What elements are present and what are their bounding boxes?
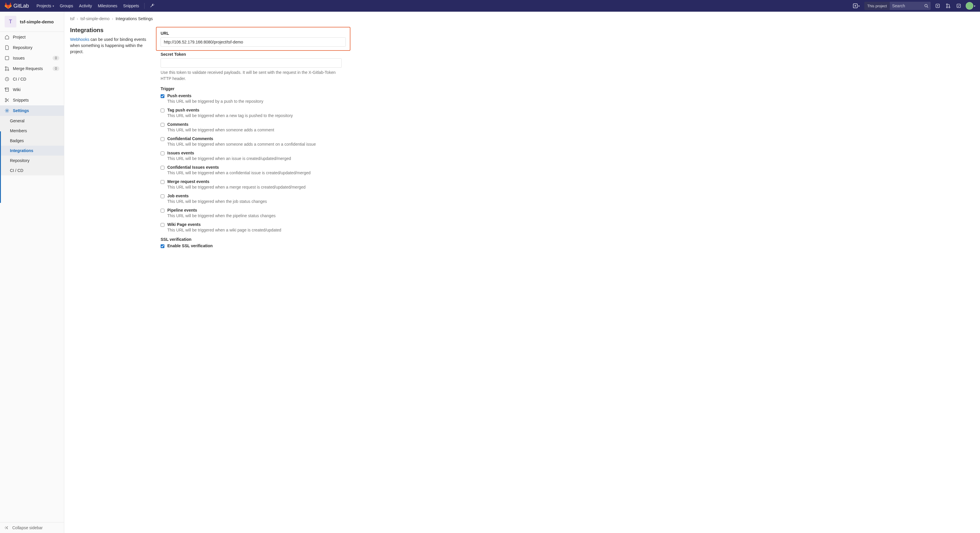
settings-subnav: General Members Badges Integrations Repo… [0,116,64,175]
issues-count-badge: 0 [52,56,59,60]
webhooks-link[interactable]: Webhooks [70,37,89,42]
mr-count-badge: 0 [52,66,59,71]
trigger-comments: CommentsThis URL will be triggered when … [161,122,342,135]
admin-wrench-button[interactable] [147,1,158,11]
trigger-desc: This URL will be triggered when the job … [167,199,342,204]
trigger-title: Confidential Comments [167,136,342,141]
layout: T tsf-simple-demo Project Repository Iss… [0,12,980,533]
gear-icon [5,108,10,113]
nav-milestones[interactable]: Milestones [95,1,120,11]
trigger-title: Comments [167,122,342,127]
trigger-desc: This URL will be triggered when someone … [167,142,342,146]
breadcrumb-project[interactable]: tsf-simple-demo [80,16,110,21]
breadcrumb-group[interactable]: tsf [70,16,75,21]
trigger-title: Job events [167,194,342,198]
trigger-checkbox-wiki[interactable] [161,223,164,227]
webhook-form: URL Secret Token Use this token to valid… [161,27,342,248]
navbar-left: GitLab Projects▾ Groups Activity Milesto… [5,1,158,11]
ssl-checkbox[interactable] [161,244,164,248]
nav-groups[interactable]: Groups [57,1,76,11]
subnav-badges[interactable]: Badges [0,136,64,146]
search-button[interactable] [922,4,931,8]
subnav-members[interactable]: Members [0,126,64,136]
collapse-icon [5,525,10,530]
sidebar-item-cicd[interactable]: CI / CD [0,74,64,84]
trigger-desc: This URL will be triggered when a new ta… [167,113,342,118]
sidebar-nav: Project Repository Issues 0 Merge Reques… [0,32,64,522]
trigger-title: Issues events [167,151,342,155]
trigger-tag_push: Tag push eventsThis URL will be triggere… [161,108,342,120]
todos-shortcut[interactable] [955,2,962,10]
trigger-desc: This URL will be triggered when a merge … [167,185,342,189]
trigger-title: Merge request events [167,179,342,184]
nav-projects[interactable]: Projects▾ [33,1,57,11]
subnav-general[interactable]: General [0,116,64,126]
sidebar-item-wiki[interactable]: Wiki [0,84,64,95]
triggers-list: Push eventsThis URL will be triggered by… [161,94,342,235]
nav-snippets[interactable]: Snippets [120,1,142,11]
gitlab-logo[interactable]: GitLab [5,2,31,10]
project-avatar: T [5,16,16,27]
ssl-row: Enable SSL verification [161,243,342,248]
trigger-job: Job eventsThis URL will be triggered whe… [161,194,342,206]
url-label: URL [161,31,346,36]
trigger-checkbox-pipeline[interactable] [161,209,164,213]
svg-point-4 [947,4,948,5]
navbar-right: ▾ This project ▾ [852,2,975,10]
svg-point-14 [5,101,6,102]
trigger-desc: This URL will be triggered when a wiki p… [167,228,342,232]
sidebar-item-project[interactable]: Project [0,32,64,42]
trigger-desc: This URL will be triggered when a confid… [167,170,342,175]
subnav-integrations[interactable]: Integrations [0,146,64,155]
trigger-desc: This URL will be triggered by a push to … [167,99,342,104]
issues-shortcut[interactable] [934,2,941,10]
trigger-checkbox-conf_comments[interactable] [161,137,164,141]
integrations-description: Integrations Webhooks can be used for bi… [70,27,155,248]
search-input[interactable] [890,3,922,8]
chevron-down-icon: ▾ [858,5,860,8]
trigger-section-label: Trigger [161,86,342,91]
breadcrumb: tsf › tsf-simple-demo › Integrations Set… [70,16,974,21]
collapse-sidebar-button[interactable]: Collapse sidebar [0,522,64,533]
search-box: This project [864,2,931,10]
svg-point-15 [6,110,8,111]
user-menu[interactable]: ▾ [966,2,975,10]
trigger-checkbox-job[interactable] [161,194,164,198]
new-dropdown-button[interactable]: ▾ [852,2,861,10]
trigger-checkbox-push[interactable] [161,94,164,98]
rocket-icon [5,77,10,81]
issues-icon [5,56,10,60]
search-scope[interactable]: This project [864,2,890,10]
subnav-repository[interactable]: Repository [0,155,64,165]
trigger-checkbox-tag_push[interactable] [161,109,164,113]
sidebar-item-merge-requests[interactable]: Merge Requests 0 [0,63,64,74]
secret-token-input[interactable] [161,59,342,68]
trigger-checkbox-conf_issues[interactable] [161,166,164,170]
main-content: tsf › tsf-simple-demo › Integrations Set… [64,12,980,533]
svg-point-6 [949,7,950,8]
svg-point-9 [5,67,6,68]
sidebar-item-repository[interactable]: Repository [0,42,64,53]
breadcrumb-current: Integrations Settings [116,16,153,21]
svg-point-3 [937,5,938,6]
plus-square-icon [853,3,858,8]
trigger-checkbox-issues[interactable] [161,151,164,155]
trigger-desc: This URL will be triggered when someone … [167,128,342,132]
sidebar-project-header[interactable]: T tsf-simple-demo [0,12,64,32]
subnav-cicd[interactable]: CI / CD [0,165,64,175]
chevron-right-icon: › [112,16,113,21]
trigger-checkbox-comments[interactable] [161,123,164,127]
sidebar-item-snippets[interactable]: Snippets [0,95,64,105]
nav-activity[interactable]: Activity [76,1,95,11]
svg-rect-8 [5,56,9,60]
url-input[interactable] [161,37,346,47]
trigger-checkbox-merge_request[interactable] [161,180,164,184]
sidebar-item-settings[interactable]: Settings [0,105,64,116]
trigger-title: Wiki Page events [167,222,342,227]
ssl-section-label: SSL verification [161,237,342,242]
merge-requests-shortcut[interactable] [945,2,952,10]
sidebar-item-issues[interactable]: Issues 0 [0,53,64,63]
secret-token-label: Secret Token [161,52,342,57]
trigger-conf_issues: Confidential Issues eventsThis URL will … [161,165,342,178]
trigger-title: Tag push events [167,108,342,113]
